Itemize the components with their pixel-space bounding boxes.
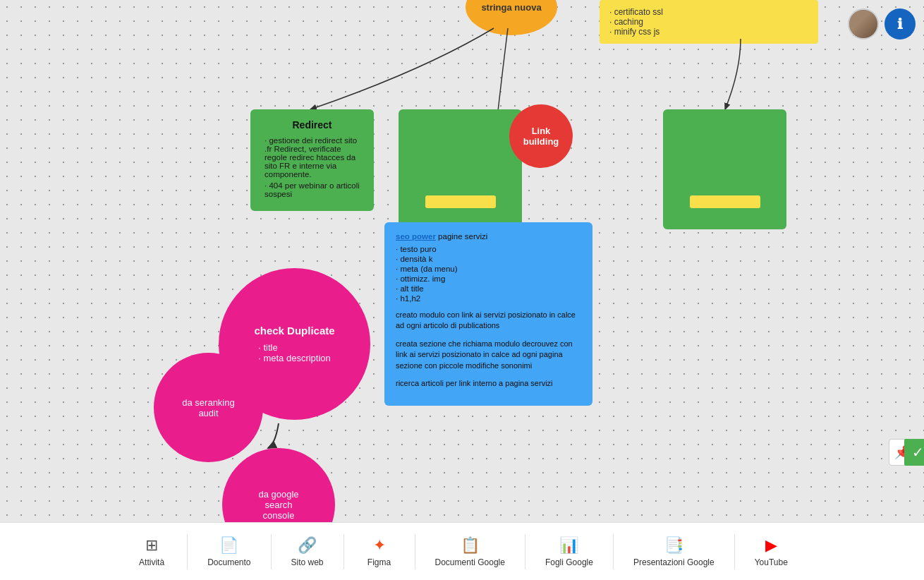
orange-circle-text: stringa nuova bbox=[481, 2, 541, 13]
taskbar-label: Presentazioni Google bbox=[633, 557, 715, 567]
sheets-icon: 📊 bbox=[559, 536, 578, 555]
blue-box-header: seo power pagine servizi bbox=[396, 232, 581, 241]
blue-paragraph-3: ricerca articoli per link interno a pagi… bbox=[396, 378, 581, 389]
taskbar-label: Attività bbox=[139, 557, 164, 567]
taskbar-item-sito[interactable]: 🔗 Sito web bbox=[272, 531, 344, 573]
info-button[interactable]: ℹ bbox=[885, 8, 916, 40]
green-box-right bbox=[663, 109, 786, 229]
list-item: 404 per webinar o articoli sospesi bbox=[259, 181, 365, 198]
taskbar-label: Sito web bbox=[291, 557, 324, 567]
taskbar-item-figma[interactable]: ✦ Figma bbox=[344, 531, 415, 573]
orange-circle: stringa nuova bbox=[466, 0, 557, 35]
seranking-line2: audit bbox=[198, 408, 218, 418]
list-item: title bbox=[258, 342, 331, 353]
taskbar: ⊞ Attività 📄 Documento 🔗 Sito web ✦ Figm… bbox=[0, 522, 924, 580]
blue-paragraph-1: creato modulo con link ai servizi posizi… bbox=[396, 310, 581, 332]
yellow-bar-right bbox=[690, 195, 760, 208]
redirect-list: gestione dei redirect sito .fr Redirect,… bbox=[259, 136, 365, 198]
youtube-icon: ▶ bbox=[765, 536, 777, 555]
google-line3: console bbox=[263, 510, 295, 521]
google-line1: da google bbox=[258, 489, 298, 500]
avatar[interactable] bbox=[848, 8, 879, 40]
documento-icon: 📄 bbox=[219, 536, 238, 555]
redirect-title: Redirect bbox=[259, 119, 365, 131]
check-duplicate-title: check Duplicate bbox=[254, 325, 334, 337]
seo-power-link[interactable]: seo power bbox=[396, 232, 436, 241]
link-building-circle: Link building bbox=[509, 104, 573, 168]
taskbar-label: Documento bbox=[207, 557, 250, 567]
list-item: h1,h2 bbox=[396, 294, 581, 303]
docs-icon: 📋 bbox=[461, 536, 480, 555]
top-right-controls: ℹ bbox=[848, 8, 916, 40]
list-item: meta description bbox=[258, 353, 331, 363]
yellow-list: certificato ssl caching minify css js bbox=[609, 7, 808, 37]
blue-list: testo puro densità k meta (da menu) otti… bbox=[396, 245, 581, 303]
seranking-line1: da seranking bbox=[182, 397, 234, 408]
list-item: certificato ssl bbox=[609, 7, 808, 17]
list-item: densità k bbox=[396, 255, 581, 263]
green-box-center bbox=[399, 109, 522, 229]
taskbar-item-documento[interactable]: 📄 Documento bbox=[188, 531, 270, 573]
figma-icon: ✦ bbox=[373, 536, 386, 555]
taskbar-item-slides[interactable]: 📑 Presentazioni Google bbox=[614, 531, 734, 573]
check-duplicate-list: title meta description bbox=[258, 342, 331, 363]
blue-paragraph-2: creata sezione che richiama modulo decro… bbox=[396, 339, 581, 371]
check-button[interactable]: ✓ bbox=[904, 439, 924, 466]
yellow-info-box: certificato ssl caching minify css js bbox=[600, 0, 818, 44]
taskbar-item-attivita[interactable]: ⊞ Attività bbox=[116, 531, 187, 573]
list-item: alt title bbox=[396, 284, 581, 293]
google-line2: search bbox=[265, 500, 292, 510]
list-item: caching bbox=[609, 17, 808, 27]
taskbar-item-youtube[interactable]: ▶ YouTube bbox=[735, 531, 808, 573]
attivita-icon: ⊞ bbox=[145, 536, 158, 555]
taskbar-label: Documenti Google bbox=[435, 557, 505, 567]
seranking-circle: da seranking audit bbox=[154, 353, 263, 462]
link-building-text: Link building bbox=[515, 126, 567, 147]
canvas: stringa nuova certificato ssl caching mi… bbox=[0, 0, 924, 522]
blue-box-subtitle: pagine servizi bbox=[438, 232, 487, 241]
taskbar-label: Fogli Google bbox=[545, 557, 593, 567]
slides-icon: 📑 bbox=[664, 536, 683, 555]
blue-box: seo power pagine servizi testo puro dens… bbox=[384, 222, 592, 406]
taskbar-item-sheets[interactable]: 📊 Fogli Google bbox=[525, 531, 613, 573]
google-console-circle: da google search console bbox=[222, 448, 335, 522]
list-item: gestione dei redirect sito .fr Redirect,… bbox=[259, 136, 365, 179]
yellow-bar bbox=[425, 195, 496, 208]
taskbar-label: YouTube bbox=[755, 557, 788, 567]
list-item: minify css js bbox=[609, 27, 808, 37]
taskbar-item-docs[interactable]: 📋 Documenti Google bbox=[415, 531, 525, 573]
list-item: ottimizz. img bbox=[396, 274, 581, 283]
list-item: testo puro bbox=[396, 245, 581, 253]
redirect-box: Redirect gestione dei redirect sito .fr … bbox=[250, 109, 374, 211]
sito-icon: 🔗 bbox=[298, 536, 317, 555]
list-item: meta (da menu) bbox=[396, 265, 581, 273]
taskbar-label: Figma bbox=[367, 557, 391, 567]
